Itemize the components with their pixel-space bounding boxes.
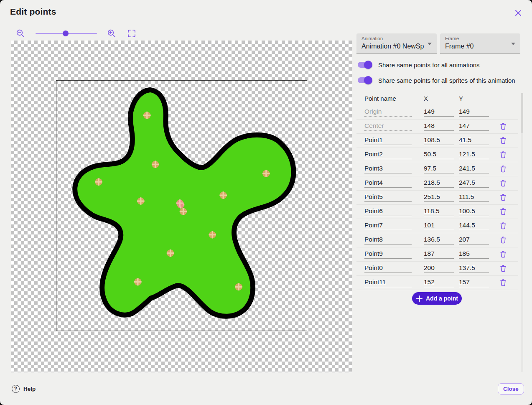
dialog-title: Edit points bbox=[10, 7, 56, 17]
point-y-input[interactable] bbox=[459, 108, 489, 117]
close-button[interactable]: Close bbox=[498, 383, 524, 395]
point-y-input[interactable] bbox=[459, 250, 489, 259]
point-name-input[interactable] bbox=[364, 193, 412, 202]
point-row bbox=[356, 247, 518, 262]
point-name-input[interactable] bbox=[364, 222, 412, 230]
share-points-sprites-toggle[interactable] bbox=[357, 76, 372, 84]
help-label: Help bbox=[23, 386, 36, 392]
help-button[interactable]: ? Help bbox=[12, 384, 36, 394]
point-name-input[interactable] bbox=[364, 165, 412, 173]
point-y-input[interactable] bbox=[459, 264, 489, 273]
trash-icon bbox=[499, 164, 508, 173]
point-y-input[interactable] bbox=[459, 222, 489, 230]
point-y-input[interactable] bbox=[459, 122, 489, 131]
share-points-animations-toggle[interactable] bbox=[357, 61, 372, 69]
sprite-canvas[interactable] bbox=[11, 41, 352, 372]
delete-point-button[interactable] bbox=[499, 136, 508, 145]
point-x-input[interactable] bbox=[424, 165, 454, 173]
point-name-input[interactable] bbox=[364, 278, 412, 287]
toggle-thumb bbox=[364, 61, 372, 69]
point-row bbox=[356, 176, 518, 191]
point-x-input[interactable] bbox=[424, 207, 454, 216]
trash-icon bbox=[499, 178, 508, 188]
point-row bbox=[356, 105, 518, 120]
delete-point-button[interactable] bbox=[499, 250, 508, 259]
point-row bbox=[356, 148, 518, 162]
delete-point-button[interactable] bbox=[499, 150, 508, 159]
share-points-sprites-row: Share same points for all sprites of thi… bbox=[357, 75, 515, 85]
point-y-input[interactable] bbox=[459, 207, 489, 216]
add-point-button[interactable]: Add a point bbox=[412, 292, 462, 305]
delete-point-button[interactable] bbox=[499, 164, 508, 173]
point-x-input[interactable] bbox=[424, 236, 454, 245]
trash-icon bbox=[499, 235, 508, 245]
share-points-sprites-label: Share same points for all sprites of thi… bbox=[378, 77, 515, 84]
close-icon[interactable] bbox=[513, 8, 523, 18]
frame-select[interactable]: Frame Frame #0 bbox=[440, 33, 520, 53]
point-x-input[interactable] bbox=[424, 136, 454, 145]
points-table-body bbox=[356, 105, 518, 290]
animation-select[interactable]: Animation Animation #0 NewSp bbox=[356, 33, 437, 53]
point-name-input[interactable] bbox=[364, 179, 412, 188]
point-x-input[interactable] bbox=[424, 150, 454, 159]
point-x-input[interactable] bbox=[424, 278, 454, 287]
zoom-slider[interactable] bbox=[36, 30, 97, 37]
point-x-input[interactable] bbox=[424, 108, 454, 117]
point-name-input[interactable] bbox=[364, 236, 412, 245]
panel-scrollbar-thumb[interactable] bbox=[521, 93, 523, 133]
delete-point-button[interactable] bbox=[499, 207, 508, 216]
delete-point-button[interactable] bbox=[499, 178, 508, 188]
point-y-input[interactable] bbox=[459, 150, 489, 159]
point-x-input[interactable] bbox=[424, 264, 454, 273]
delete-point-button[interactable] bbox=[499, 278, 508, 287]
fit-to-view-button[interactable] bbox=[127, 28, 137, 38]
trash-icon bbox=[499, 193, 508, 202]
frame-select-label: Frame bbox=[445, 36, 459, 41]
chevron-down-icon bbox=[428, 43, 432, 45]
point-row bbox=[356, 134, 518, 148]
close-x-icon bbox=[513, 8, 523, 18]
delete-point-button[interactable] bbox=[499, 235, 508, 245]
point-name-input[interactable] bbox=[364, 122, 412, 131]
point-y-input[interactable] bbox=[459, 236, 489, 245]
delete-point-button[interactable] bbox=[499, 122, 508, 131]
frame-select-value: Frame #0 bbox=[445, 43, 509, 50]
point-y-input[interactable] bbox=[459, 193, 489, 202]
delete-point-button[interactable] bbox=[499, 264, 508, 273]
zoom-out-button[interactable] bbox=[15, 28, 25, 38]
point-x-input[interactable] bbox=[424, 193, 454, 202]
chevron-down-icon bbox=[511, 43, 515, 45]
point-x-input[interactable] bbox=[424, 222, 454, 230]
point-name-input[interactable] bbox=[364, 108, 412, 117]
point-y-input[interactable] bbox=[459, 165, 489, 173]
point-y-input[interactable] bbox=[459, 136, 489, 145]
trash-icon bbox=[499, 136, 508, 145]
point-row bbox=[356, 205, 518, 219]
zoom-slider-thumb[interactable] bbox=[63, 31, 69, 36]
edit-points-dialog: Edit points bbox=[0, 0, 532, 405]
point-name-input[interactable] bbox=[364, 207, 412, 216]
point-name-input[interactable] bbox=[364, 250, 412, 259]
toggle-thumb bbox=[364, 76, 372, 84]
point-name-input[interactable] bbox=[364, 136, 412, 145]
column-header-point-name: Point name bbox=[364, 95, 396, 102]
point-name-input[interactable] bbox=[364, 264, 412, 273]
point-x-input[interactable] bbox=[424, 122, 454, 131]
point-row bbox=[356, 219, 518, 233]
share-points-animations-label: Share same points for all animations bbox=[378, 61, 480, 69]
zoom-in-button[interactable] bbox=[107, 28, 117, 38]
trash-icon bbox=[499, 207, 508, 216]
point-x-input[interactable] bbox=[424, 179, 454, 188]
panel-scrollbar[interactable] bbox=[521, 93, 523, 372]
delete-point-button[interactable] bbox=[499, 221, 508, 230]
point-y-input[interactable] bbox=[459, 278, 489, 287]
point-x-input[interactable] bbox=[424, 250, 454, 259]
point-name-input[interactable] bbox=[364, 150, 412, 159]
plus-icon bbox=[416, 295, 423, 302]
point-row bbox=[356, 191, 518, 205]
column-header-y: Y bbox=[459, 95, 463, 102]
point-row bbox=[356, 276, 518, 290]
point-y-input[interactable] bbox=[459, 179, 489, 188]
animation-select-label: Animation bbox=[361, 36, 383, 41]
delete-point-button[interactable] bbox=[499, 193, 508, 202]
